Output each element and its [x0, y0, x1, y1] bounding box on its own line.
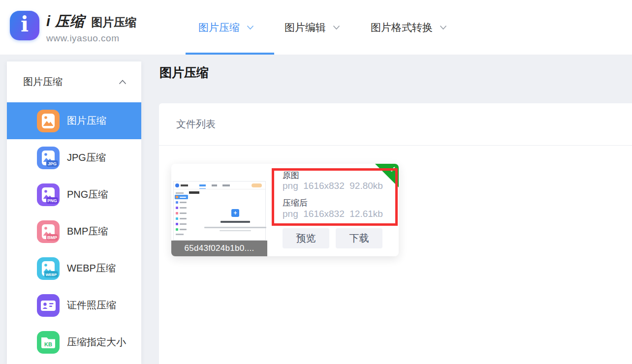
thumb-decoration [176, 234, 184, 235]
svg-text:WEBP: WEBP [46, 272, 57, 276]
sidebar-item-label: 压缩指定大小 [67, 335, 126, 349]
compressed-info: png 1616x832 12.61kb [283, 209, 383, 219]
brand-url: www.iyasuo.com [46, 33, 136, 44]
original-label: 原图 [283, 170, 299, 181]
thumb-decoration [212, 184, 217, 186]
thumb-decoration [181, 184, 188, 186]
nav-item-image-compress[interactable]: 图片压缩 [198, 21, 254, 34]
file-thumbnail[interactable]: + [173, 181, 266, 241]
sidebar-group-label: 图片压缩 [23, 75, 63, 89]
file-name: 65d43f024b1b0.... [171, 241, 267, 256]
sidebar-item-image-compress[interactable]: 图片压缩 [7, 102, 141, 139]
main-nav: 图片压缩 图片编辑 图片格式转换 [198, 0, 447, 55]
download-button[interactable]: 下载 [336, 228, 382, 248]
thumb-decoration [176, 217, 178, 220]
thumb-decoration [176, 212, 178, 214]
thumb-decoration [176, 192, 184, 194]
brand[interactable]: i i 压缩 图片压缩 www.iyasuo.com [10, 11, 136, 44]
chevron-down-icon [440, 25, 447, 30]
thumb-decoration [222, 184, 230, 186]
thumb-decoration [204, 227, 266, 228]
nav-label: 图片格式转换 [371, 21, 433, 34]
thumb-decoration [221, 221, 250, 223]
thumb-decoration [176, 228, 178, 231]
thumb-decoration [180, 218, 187, 219]
header: i i 压缩 图片压缩 www.iyasuo.com 图片压缩 图片编辑 图片格… [0, 0, 632, 55]
file-card: + 65d43f024b1b0.... 原图 png 1616x832 92.8… [171, 164, 399, 256]
sidebar-item-label: BMP压缩 [67, 225, 108, 238]
app: i i 压缩 图片压缩 www.iyasuo.com 图片压缩 图片编辑 图片格… [0, 0, 632, 364]
nav-label: 图片编辑 [284, 21, 326, 34]
svg-text:PNG: PNG [47, 198, 57, 203]
thumb-decoration [189, 191, 199, 194]
original-info: png 1616x832 92.80kb [283, 181, 383, 191]
chevron-down-icon [333, 25, 340, 30]
thumb-decoration [180, 212, 187, 214]
sidebar-item-bmp-compress[interactable]: BMP BMP压缩 [7, 213, 141, 250]
png-compress-icon: PNG [37, 183, 60, 206]
thumb-decoration [252, 183, 262, 187]
sidebar-item-label: 图片压缩 [67, 114, 106, 127]
thumb-decoration [176, 201, 178, 204]
brand-logo-icon: i [10, 11, 39, 40]
sidebar-item-compress-to-size[interactable]: KB 压缩指定大小 [7, 324, 141, 361]
brand-name: i 压缩 [46, 12, 85, 31]
svg-text:JPG: JPG [48, 161, 57, 166]
thumb-decoration [180, 207, 187, 209]
file-list-panel: 文件列表 [159, 103, 632, 364]
thumb-decoration [180, 229, 187, 230]
compressed-label: 压缩后 [283, 197, 308, 209]
thumb-decoration [175, 183, 179, 187]
image-compress-icon [37, 110, 60, 132]
chevron-down-icon [247, 25, 254, 30]
checkmark-icon: ✓ [390, 165, 396, 174]
nav-item-image-edit[interactable]: 图片编辑 [284, 21, 340, 34]
thumb-decoration [180, 223, 187, 225]
sidebar-item-label: 证件照压缩 [67, 299, 116, 312]
thumb-decoration [220, 230, 251, 231]
thumb-decoration [180, 202, 187, 203]
thumb-decoration [176, 207, 178, 209]
thumb-decoration [199, 184, 206, 186]
preview-button[interactable]: 预览 [283, 228, 329, 248]
thumb-decoration [180, 197, 186, 198]
idphoto-compress-icon [37, 294, 60, 317]
thumb-upload-plus-icon: + [231, 209, 239, 217]
thumb-decoration [199, 188, 206, 189]
chevron-up-icon [119, 80, 126, 85]
brand-product: 图片压缩 [91, 15, 136, 30]
sidebar-item-label: WEBP压缩 [67, 262, 116, 275]
sidebar-item-png-compress[interactable]: PNG PNG压缩 [7, 176, 141, 213]
thumb-decoration [176, 196, 178, 198]
brand-text: i 压缩 图片压缩 www.iyasuo.com [46, 11, 136, 44]
sidebar-group-header[interactable]: 图片压缩 [7, 61, 141, 102]
card-actions: 预览 下载 [283, 228, 382, 248]
kb-size-icon: KB [37, 331, 60, 354]
bmp-compress-icon: BMP [37, 220, 60, 243]
sidebar-item-idphoto-compress[interactable]: 证件照压缩 [7, 287, 141, 324]
nav-label: 图片压缩 [198, 21, 240, 34]
panel-header: 文件列表 [159, 103, 632, 146]
svg-text:KB: KB [44, 341, 52, 347]
webp-compress-icon: WEBP [37, 257, 60, 280]
jpg-compress-icon: JPG [37, 147, 60, 169]
logo-letter: i [21, 14, 29, 35]
active-tab-underline [186, 53, 274, 55]
svg-text:BMP: BMP [47, 235, 57, 240]
page-title: 图片压缩 [159, 64, 209, 81]
thumb-decoration [176, 223, 178, 225]
sidebar-item-label: JPG压缩 [67, 151, 106, 164]
sidebar: 图片压缩 图片压缩 JPG JPG压缩 [7, 61, 141, 364]
nav-item-format-convert[interactable]: 图片格式转换 [371, 21, 447, 34]
sidebar-item-jpg-compress[interactable]: JPG JPG压缩 [7, 139, 141, 176]
sidebar-item-label: PNG压缩 [67, 188, 108, 201]
sidebar-item-webp-compress[interactable]: WEBP WEBP压缩 [7, 250, 141, 287]
panel-title: 文件列表 [176, 118, 216, 131]
